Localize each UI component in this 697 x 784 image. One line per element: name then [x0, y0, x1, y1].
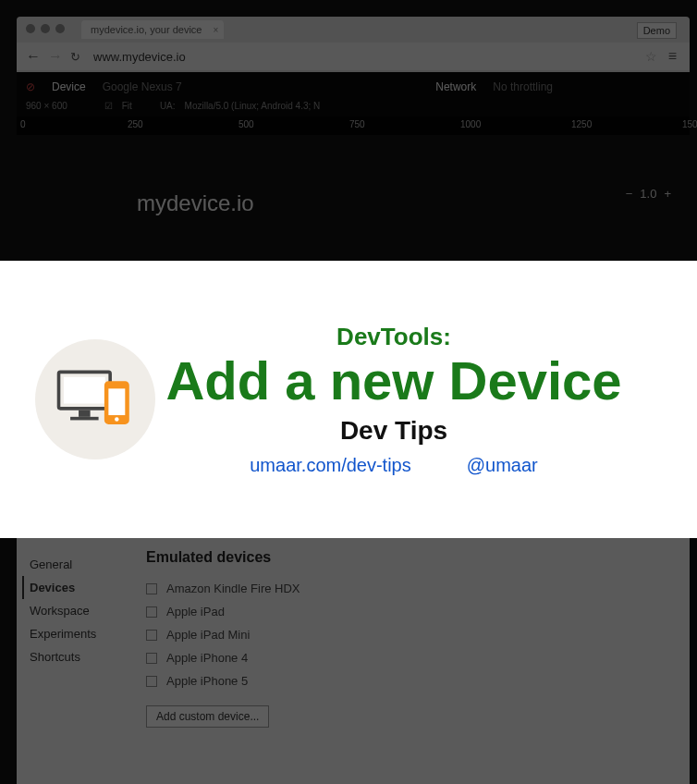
url-input[interactable]: www.mydevice.io: [88, 50, 638, 64]
cancel-icon[interactable]: ⊘: [26, 80, 35, 93]
device-name: Apple iPhone 4: [166, 651, 248, 665]
card-title: Add a new Device: [155, 353, 632, 410]
sidebar-item-experiments[interactable]: Experiments: [30, 622, 128, 645]
ruler-tick: 0: [20, 119, 26, 129]
menu-icon[interactable]: ≡: [665, 48, 680, 65]
zoom-out-icon[interactable]: −: [626, 187, 633, 201]
ruler-tick: 1500: [682, 119, 697, 129]
ruler-tick: 250: [128, 119, 143, 129]
ruler-tick: 1250: [571, 119, 592, 129]
device-icon: [35, 339, 155, 459]
device-name: Amazon Kindle Fire HDX: [166, 582, 300, 595]
sidebar-item-shortcuts[interactable]: Shortcuts: [30, 645, 128, 668]
devtools-settings-panel: General Devices Workspace Experiments Sh…: [17, 536, 690, 784]
ruler-tick: 750: [349, 119, 365, 129]
tab-title: mydevice.io, your device: [91, 24, 202, 35]
back-icon[interactable]: ←: [26, 48, 41, 65]
ruler-tick: 500: [238, 119, 254, 129]
zoom-control[interactable]: − 1.0 +: [626, 187, 671, 201]
ruler: 0 250 500 750 1000 1250 1500: [17, 116, 690, 135]
reload-icon[interactable]: ↻: [70, 50, 80, 64]
url-bar: ← → ↻ www.mydevice.io ☆ ≡: [17, 43, 690, 70]
device-list-item[interactable]: Apple iPad Mini: [146, 623, 671, 646]
network-value[interactable]: No throttling: [493, 80, 553, 93]
device-list-item[interactable]: Apple iPhone 4: [146, 646, 671, 669]
site-logo: mydevice.io: [137, 190, 254, 216]
settings-heading: Emulated devices: [146, 549, 671, 566]
close-icon[interactable]: ×: [214, 25, 219, 35]
checkbox-icon[interactable]: [146, 676, 157, 687]
device-name: Apple iPad Mini: [166, 628, 250, 642]
bookmark-icon[interactable]: ☆: [645, 49, 657, 64]
browser-chrome: mydevice.io, your device × Demo ← → ↻ ww…: [17, 17, 690, 72]
settings-main: Emulated devices Amazon Kindle Fire HDX …: [128, 536, 690, 784]
checkbox-icon[interactable]: [146, 653, 157, 664]
devtools-device-toolbar: ⊘ Device Google Nexus 7 Network No throt…: [17, 72, 690, 116]
ruler-tick: 1000: [460, 119, 481, 129]
svg-point-6: [115, 417, 118, 421]
device-label: Device: [52, 80, 86, 93]
device-list-item[interactable]: Apple iPad: [146, 600, 671, 623]
ua-label: UA:: [160, 101, 176, 111]
network-label: Network: [435, 80, 476, 93]
sidebar-item-general[interactable]: General: [30, 553, 128, 576]
zoom-in-icon[interactable]: +: [664, 187, 671, 201]
device-name: Apple iPhone 5: [166, 674, 248, 688]
settings-sidebar: General Devices Workspace Experiments Sh…: [17, 536, 128, 784]
svg-rect-2: [79, 410, 91, 417]
add-custom-device-button[interactable]: Add custom device...: [146, 705, 269, 728]
card-subtitle: Dev Tips: [155, 416, 632, 446]
sidebar-item-devices[interactable]: Devices: [22, 576, 128, 599]
card-overline: DevTools:: [155, 323, 632, 351]
checkbox-icon[interactable]: [146, 583, 157, 594]
svg-rect-5: [108, 388, 125, 415]
dimensions-value[interactable]: 960 × 600: [26, 101, 67, 111]
card-link-site[interactable]: umaar.com/dev-tips: [250, 455, 411, 476]
device-list-item[interactable]: Apple iPhone 5: [146, 669, 671, 692]
zoom-value: 1.0: [640, 187, 656, 201]
device-name: Apple iPad: [166, 605, 225, 619]
title-card: DevTools: Add a new Device Dev Tips umaa…: [0, 261, 697, 538]
device-viewport: mydevice.io − 1.0 +: [17, 135, 690, 246]
ua-value[interactable]: Mozilla/5.0 (Linux; Android 4.3; N: [185, 101, 321, 111]
device-list-item[interactable]: Amazon Kindle Fire HDX: [146, 577, 671, 600]
fit-label[interactable]: Fit: [122, 101, 132, 111]
card-link-handle[interactable]: @umaar: [467, 455, 538, 476]
checkbox-icon[interactable]: [146, 630, 157, 641]
forward-icon[interactable]: →: [48, 48, 63, 65]
checkbox-icon[interactable]: [146, 606, 157, 618]
svg-rect-1: [64, 377, 105, 404]
demo-badge: Demo: [637, 22, 677, 39]
browser-tab[interactable]: mydevice.io, your device ×: [81, 20, 224, 39]
device-value[interactable]: Google Nexus 7: [103, 80, 182, 93]
window-controls[interactable]: [26, 24, 65, 33]
sidebar-item-workspace[interactable]: Workspace: [30, 599, 128, 622]
svg-rect-3: [70, 417, 99, 421]
